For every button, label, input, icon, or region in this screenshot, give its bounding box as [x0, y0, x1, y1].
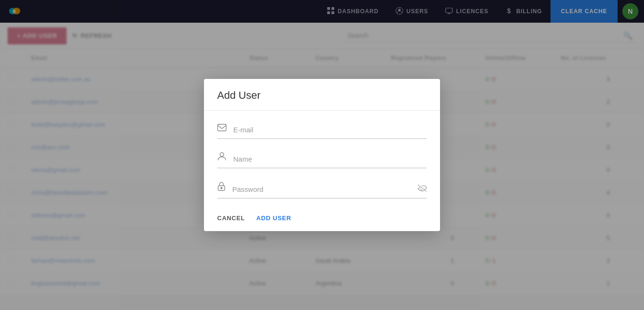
eye-off-icon[interactable] — [417, 184, 427, 194]
email-input[interactable] — [233, 125, 427, 135]
envelope-icon — [217, 124, 227, 134]
svg-rect-19 — [218, 124, 226, 131]
name-input[interactable] — [233, 154, 427, 164]
svg-point-22 — [221, 188, 222, 189]
cancel-button[interactable]: CANCEL — [217, 215, 245, 222]
name-field-row — [217, 152, 427, 168]
password-field-row — [217, 181, 427, 198]
email-field-row — [217, 124, 427, 139]
modal-body — [204, 111, 440, 208]
person-icon — [217, 152, 227, 163]
modal-title: Add User — [204, 79, 440, 111]
lock-icon — [217, 181, 226, 193]
svg-point-20 — [220, 153, 224, 156]
password-input[interactable] — [232, 184, 411, 194]
modal-add-user-button[interactable]: ADD USER — [256, 215, 291, 222]
modal-overlay[interactable]: Add User — [0, 0, 644, 310]
add-user-modal: Add User — [204, 79, 440, 231]
modal-actions: CANCEL ADD USER — [204, 208, 440, 231]
